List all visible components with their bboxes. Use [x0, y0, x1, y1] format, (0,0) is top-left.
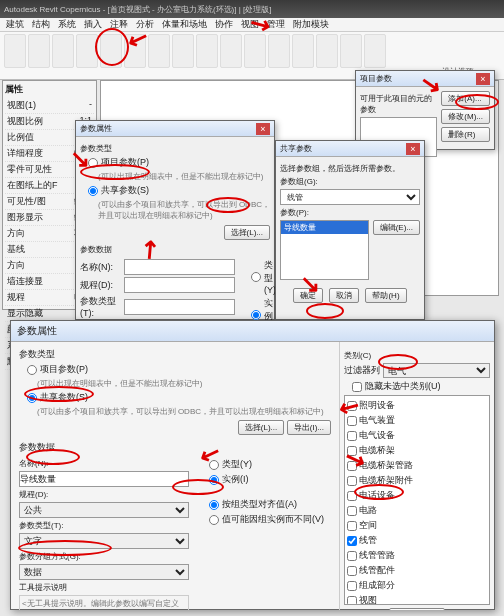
field-label: 名称(N): — [80, 261, 120, 274]
filter-select[interactable]: 电气 — [383, 363, 490, 378]
param-item[interactable]: 导线数量 — [281, 221, 368, 234]
ribbon-button[interactable] — [364, 34, 386, 68]
category-item[interactable]: 线管 — [347, 533, 487, 548]
ribbon-button[interactable] — [28, 34, 50, 68]
category-item[interactable]: 视图 — [347, 593, 487, 605]
section-label: 类别(C) — [344, 350, 490, 361]
menu-item[interactable]: 结构 — [32, 18, 50, 31]
project-param-radio[interactable]: 项目参数(P) — [27, 363, 331, 376]
menubar: 建筑结构系统插入注释分析体量和场地协作视图管理附加模块 — [0, 18, 504, 32]
close-icon[interactable]: × — [476, 73, 490, 85]
category-item[interactable]: 电气设备 — [347, 428, 487, 443]
category-item[interactable]: 电气装置 — [347, 413, 487, 428]
category-list[interactable]: 照明设备电气装置电气设备电缆桥架电缆桥架管路电缆桥架附件电话设备电路空间线管线管… — [344, 395, 490, 605]
group-select[interactable]: 数据 — [19, 564, 189, 580]
section-label: 参数数据 — [80, 244, 270, 255]
menu-item[interactable]: 系统 — [58, 18, 76, 31]
category-item[interactable]: 电缆桥架附件 — [347, 473, 487, 488]
add-button[interactable]: 添加(A)... — [441, 91, 490, 106]
align-check[interactable]: 按组类型对齐值(A) — [209, 498, 331, 511]
name-input[interactable] — [19, 471, 189, 487]
ribbon-button[interactable] — [220, 34, 242, 68]
ribbon-button[interactable] — [100, 34, 122, 68]
ribbon-button[interactable] — [316, 34, 338, 68]
menu-item[interactable]: 管理 — [267, 18, 285, 31]
app-titlebar: Autodesk Revit Copernicus - [首页视图式 - 办公室… — [0, 0, 504, 18]
export-button[interactable]: 导出(I)... — [287, 420, 331, 435]
cancel-button[interactable]: 取消 — [329, 288, 359, 303]
check-label: 隐藏未选中类别(U) — [365, 380, 441, 393]
ok-button[interactable]: 确定 — [293, 288, 323, 303]
menu-item[interactable]: 附加模块 — [293, 18, 329, 31]
section-label: 参数类型 — [80, 143, 270, 154]
select-button[interactable]: 选择(L)... — [224, 225, 270, 240]
close-icon[interactable]: × — [406, 143, 420, 155]
edit-button[interactable]: 编辑(E)... — [373, 220, 420, 235]
ribbon-button[interactable] — [4, 34, 26, 68]
type-radio[interactable]: 类型(Y) — [251, 259, 276, 295]
property-row[interactable]: 视图(1)- — [5, 98, 94, 114]
ribbon-button[interactable] — [52, 34, 74, 68]
discipline-input[interactable] — [124, 277, 235, 293]
menu-item[interactable]: 体量和场地 — [162, 18, 207, 31]
category-item[interactable]: 电缆桥架 — [347, 443, 487, 458]
dialog-title: 共享参数 — [276, 141, 424, 157]
field-label: 工具提示说明 — [19, 582, 189, 593]
menu-item[interactable]: 插入 — [84, 18, 102, 31]
menu-item[interactable]: 协作 — [215, 18, 233, 31]
field-label: 参数分组方式(G): — [19, 551, 189, 562]
menu-item[interactable]: 建筑 — [6, 18, 24, 31]
discipline-select[interactable]: 公共 — [19, 502, 189, 518]
ribbon-button[interactable] — [244, 34, 266, 68]
ribbon-button[interactable] — [196, 34, 218, 68]
radio-label: 项目参数(P) — [40, 363, 88, 376]
select-button[interactable]: 选择(L)... — [238, 420, 284, 435]
ribbon-button[interactable] — [268, 34, 290, 68]
select-all-button[interactable]: 选择全部(A) — [389, 608, 446, 610]
ribbon-button[interactable] — [172, 34, 194, 68]
category-item[interactable]: 线管配件 — [347, 563, 487, 578]
ribbon-button[interactable] — [124, 34, 146, 68]
ribbon-button[interactable] — [148, 34, 170, 68]
hint: (可以由多个项目和族共享，可以导出到 ODBC，并且可以出现在明细表和标记中) — [98, 199, 270, 221]
shared-param-radio[interactable]: 共享参数(S) — [88, 184, 270, 197]
shared-params-dialog: 共享参数 选择参数组，然后选择所需参数。 参数组(G): 线管 参数(P): 导… — [275, 140, 425, 320]
ribbon-button[interactable] — [340, 34, 362, 68]
hide-unchecked[interactable]: 隐藏未选中类别(U) — [352, 380, 490, 393]
close-icon[interactable]: × — [256, 123, 270, 135]
name-input[interactable] — [124, 259, 235, 275]
param-group-select[interactable]: 线管 — [280, 189, 420, 205]
category-item[interactable]: 组成部分 — [347, 578, 487, 593]
hint: (可以由多个项目和族共享，可以导出到 ODBC，并且可以出现在明细表和标记中) — [37, 406, 331, 417]
menu-item[interactable]: 分析 — [136, 18, 154, 31]
category-item[interactable]: 空间 — [347, 518, 487, 533]
radio-label: 共享参数(S) — [40, 391, 88, 404]
ribbon-button[interactable] — [292, 34, 314, 68]
category-item[interactable]: 电话设备 — [347, 488, 487, 503]
category-item[interactable]: 线管管路 — [347, 548, 487, 563]
modify-button[interactable]: 修改(M)... — [441, 109, 490, 124]
type-radio[interactable]: 类型(Y) — [209, 458, 331, 471]
instance-radio[interactable]: 实例(I) — [209, 473, 331, 486]
category-item[interactable]: 电路 — [347, 503, 487, 518]
shared-param-radio[interactable]: 共享参数(S) — [27, 391, 331, 404]
category-item[interactable]: 照明设备 — [347, 398, 487, 413]
delete-button[interactable]: 删除(R) — [441, 127, 490, 142]
ptype-input[interactable] — [124, 299, 235, 315]
project-param-radio[interactable]: 项目参数(P) — [88, 156, 270, 169]
hint: (可以出现在明细表中，但是不能出现在标记中) — [37, 378, 331, 389]
field-label: 参数组(G): — [280, 176, 420, 187]
menu-item[interactable]: 注释 — [110, 18, 128, 31]
field-label: 规程(D): — [19, 489, 189, 500]
help-button[interactable]: 帮助(H) — [365, 288, 406, 303]
category-item[interactable]: 电缆桥架管路 — [347, 458, 487, 473]
param-props-big-dialog: 参数属性 参数类型 项目参数(P) (可以出现在明细表中，但是不能出现在标记中)… — [10, 320, 495, 610]
radio-label: 实例(I) — [222, 473, 249, 486]
menu-item[interactable]: 视图 — [241, 18, 259, 31]
ptype-select[interactable]: 文字 — [19, 533, 189, 549]
field-label: 参数类型(T): — [80, 295, 120, 318]
vary-check[interactable]: 值可能因组实例而不同(V) — [209, 513, 331, 526]
dialog-title: 参数属性 — [11, 321, 494, 342]
field-label: 过滤器列 — [344, 364, 380, 377]
ribbon-button[interactable] — [76, 34, 98, 68]
